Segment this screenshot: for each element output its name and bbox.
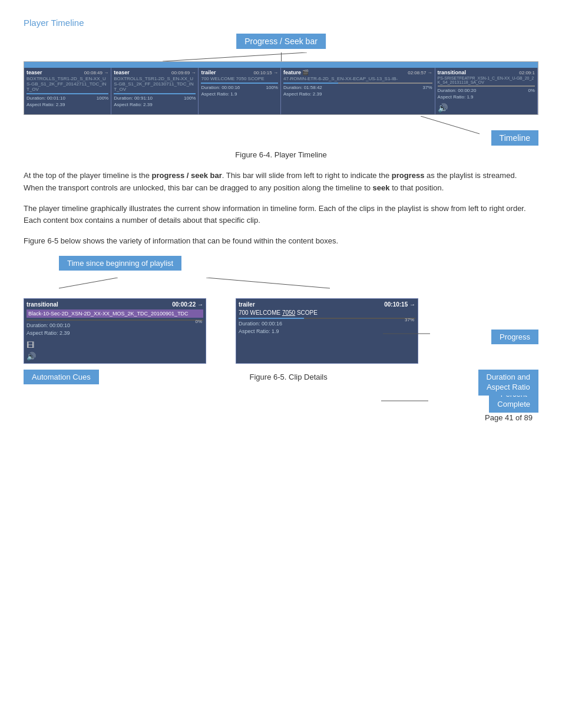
clip-subtitle: 47-ROMIN-ETR-6-2D_S_EN-XX-ECAP_US-13_S1-… [283,76,432,81]
left-clip-bar: 0% [27,319,203,321]
page-title: Player Timeline [24,18,538,28]
figure5-container: Time since beginning of playlist transit… [24,256,538,396]
clip-time: 00:08:49 → [84,70,108,75]
automation-cues-label: Automation Cues [24,370,99,384]
right-clip-time: 00:10:15 → [384,301,415,308]
clip-type: teaser [27,70,42,75]
progress-annotation: Progress [383,328,538,344]
duration-line2: Aspect Ratio [487,383,530,391]
clip-duration: Duration: 00:91:10 100% [114,95,196,101]
clip-progress-bar [438,85,535,87]
timeline-header-bar [24,62,538,68]
progress-seek-bar-label: Progress / Seek bar [236,34,326,49]
audio-icon: 🔊 [27,352,203,361]
right-clip-subtitle: 700 WELCOME 7050 SCOPE [239,309,415,316]
clip-aspect: Aspect Ratio: 1.9 [438,94,535,100]
right-clip-bar: 37% [239,318,415,319]
duration-line1: Duration and [487,373,530,381]
left-clip-pct: 0% [195,319,202,324]
clip-subtitle: PS-SRISETFEATPR_XSN-1_C_EN-XX_U-GB_20_2K… [438,76,535,84]
timeline-label: Timeline [491,130,538,146]
left-clip-time: 00:00:22 → [172,301,203,308]
progress-connector [383,328,489,340]
clip-time: 02:08:57 → [408,70,432,75]
right-clip-pct: 37% [405,317,414,322]
progress-label: Progress [491,330,538,344]
audio-icon: 🔊 [438,103,535,113]
clip-progress-bar [201,83,278,84]
percent-line2: Complete [497,400,530,409]
left-clip-detail: transitional 00:00:22 → Black-10-Sec-2D_… [24,298,206,364]
timeline-clip-trailer: trailer 00:10:15 → 700 WELCOME 7050 SCOP… [199,68,281,114]
clip-duration: Duration: 00:01:10 100% [27,95,108,101]
svg-line-3 [206,278,330,288]
clip-subtitle: 700 WELCOME 7050 SCOPE [201,76,278,81]
figure4-container: Progress / Seek bar teaser 00:08:49 → BO… [24,34,538,159]
figure4-caption: Figure 6-4. Player Timeline [24,150,538,159]
svg-line-2 [59,278,118,288]
clip-time: 00:09:69 → [171,70,196,75]
timeline-clips: teaser 00:08:49 → BOXTROLLS_TSR1-2D_S_EN… [24,68,538,114]
clip-subtitle: BOXTROLLS_TSR1-2D_S_EN-XX_US-GB_S1_2K_FF… [27,76,108,92]
body-paragraph-3: Figure 6-5 below shows the variety of in… [24,235,538,248]
timeline-clip-feature: feature 🎬 02:08:57 → 47-ROMIN-ETR-6-2D_S… [281,68,435,114]
left-clip-icons: 🎞 🔊 [27,341,203,361]
clip-duration: Duration: 00:00:20 0% [438,88,535,93]
right-clip-type: trailer [239,301,255,308]
timeline-outer: teaser 00:08:49 → BOXTROLLS_TSR1-2D_S_EN… [24,61,538,115]
left-clip-aspect: Aspect Ratio: 2.39 [27,330,203,336]
clip-time: 02:09:1 [519,70,535,75]
duration-aspect-annotation: Duration and Aspect Ratio [478,370,538,396]
automation-cues-annotation: Automation Cues [24,370,99,384]
clip-aspect: Aspect Ratio: 2.39 [114,102,196,107]
duration-aspect-label: Duration and Aspect Ratio [478,370,538,396]
clip-time: 00:10:15 → [254,70,278,75]
clip-duration: Duration: 01:58:42 37% [283,85,432,90]
clip-duration: Duration: 00:00:16 100% [201,85,278,90]
page-number: Page 41 of 89 [24,413,538,422]
timeline-clip-teaser2: teaser 00:09:69 → BOXTROLLS_TSR1-2D_S_EN… [111,68,199,114]
timeline-clip-teaser1: teaser 00:08:49 → BOXTROLLS_TSR1-2D_S_EN… [24,68,111,114]
fig5-connector-top [24,278,538,289]
time-since-label: Time since beginning of playlist [59,256,181,271]
clip-progress-bar [114,93,196,94]
figure5-caption: Figure 6-5. Clip Details [250,373,328,381]
svg-line-1 [421,116,480,134]
connector-svg [127,52,307,61]
right-clip-duration: Duration: 00:00:16 [239,321,415,327]
svg-line-0 [163,52,307,61]
highlighted-word: 7050 [282,309,295,316]
left-clip-type: transitional [27,301,58,308]
subtitle-icon: 🎞 [27,341,203,350]
clip-aspect: Aspect Ratio: 1.9 [201,91,278,97]
clip-subtitle: BOXTROLLS_TSR1-2D_S_EN-XX_US-GB_S1_2K_FF… [114,76,196,92]
clips-detail-row: transitional 00:00:22 → Black-10-Sec-2D_… [24,298,538,364]
left-clip-duration: Duration: 00:00:10 [27,322,203,328]
clip-progress-bar [283,83,432,84]
timeline-clip-transitional: transitional 02:09:1 PS-SRISETFEATPR_XSN… [435,68,538,114]
body-paragraph-1: At the top of the player timeline is the… [24,170,538,195]
clip-type: transitional [438,70,467,75]
clip-type: trailer [201,70,216,75]
clip-aspect: Aspect Ratio: 2.39 [283,91,432,97]
percent-connector [381,395,487,407]
body-paragraph-2: The player timeline graphically illustra… [24,203,538,228]
clip-aspect: Aspect Ratio: 2.39 [27,102,108,107]
clip-type: teaser [114,70,130,75]
left-clip-subtitle: Black-10-Sec-2D_XSN-2D_XX-XX_MOS_2K_TDC_… [27,309,203,318]
clip-type: feature 🎬 [283,70,309,75]
clip-progress-bar [27,93,108,94]
